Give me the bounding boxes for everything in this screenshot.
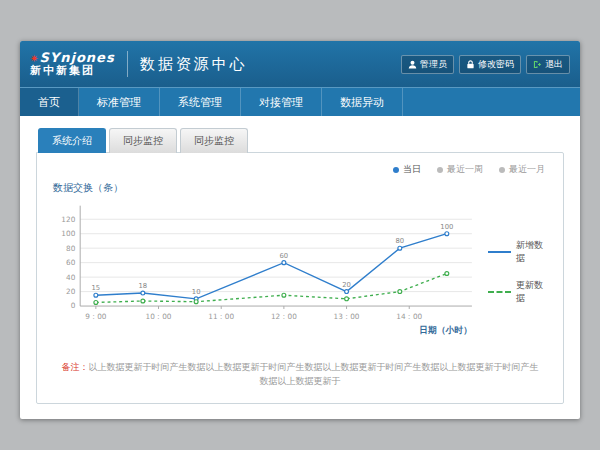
nav-item-interface-mgmt[interactable]: 对接管理 xyxy=(241,88,322,116)
svg-text:日期（小时）: 日期（小时） xyxy=(419,325,472,335)
svg-text:15: 15 xyxy=(92,284,101,292)
brand-logo: ✷SYnjones 新中新集团 xyxy=(30,51,115,77)
tab-system-intro[interactable]: 系统介绍 xyxy=(38,128,106,153)
logout-button[interactable]: 退出 xyxy=(526,55,570,74)
app-window: ✷SYnjones 新中新集团 数据资源中心 管理员 修改密码 xyxy=(20,41,580,419)
svg-text:10：00: 10：00 xyxy=(146,312,172,321)
legend-new-data[interactable]: 新增数据 xyxy=(488,239,551,265)
legend-update-data[interactable]: 更新数据 xyxy=(488,279,551,305)
tab-sync-monitor-1[interactable]: 同步监控 xyxy=(109,128,177,153)
svg-text:60: 60 xyxy=(280,252,289,260)
change-password-button[interactable]: 修改密码 xyxy=(459,55,521,74)
line-chart: 0204060801001209：0010：0011：0012：0013：001… xyxy=(49,197,482,343)
logout-icon xyxy=(533,60,542,69)
svg-text:100: 100 xyxy=(440,223,453,231)
time-filter-legend: 当日 最近一周 最近一月 xyxy=(393,163,545,176)
solid-line-icon xyxy=(488,251,511,253)
note-text: 以上数据更新于时间产生数据以上数据更新于时间产生数据以上数据更新于时间产生数据以… xyxy=(89,362,539,386)
page-title: 数据资源中心 xyxy=(140,55,248,74)
tab-bar: 系统介绍 同步监控 同步监控 xyxy=(38,128,564,153)
chart-container: 0204060801001209：0010：0011：0012：0013：001… xyxy=(49,197,551,343)
header-divider xyxy=(127,51,128,77)
svg-text:40: 40 xyxy=(66,273,76,282)
svg-text:20: 20 xyxy=(342,281,351,289)
header-actions: 管理员 修改密码 退出 xyxy=(401,55,570,74)
svg-text:120: 120 xyxy=(61,215,75,224)
logo-star-icon: ✷ xyxy=(30,53,39,64)
footer-note: 备注：以上数据更新于时间产生数据以上数据更新于时间产生数据以上数据更新于时间产生… xyxy=(49,361,551,388)
svg-text:80: 80 xyxy=(395,237,404,245)
svg-text:80: 80 xyxy=(66,244,76,253)
svg-text:0: 0 xyxy=(71,301,76,310)
logo-company-name: 新中新集团 xyxy=(30,65,115,77)
y-axis-title: 数据交换（条） xyxy=(53,181,551,195)
nav-item-data-change[interactable]: 数据异动 xyxy=(322,88,403,116)
chart-panel: 当日 最近一周 最近一月 数据交换（条） 0204060801001209：00… xyxy=(36,152,564,404)
user-icon xyxy=(408,60,417,69)
svg-text:13：00: 13：00 xyxy=(334,312,360,321)
admin-user-button[interactable]: 管理员 xyxy=(401,55,454,74)
logo-text: SYnjones xyxy=(39,50,114,65)
tab-sync-monitor-2[interactable]: 同步监控 xyxy=(180,128,248,153)
svg-text:12：00: 12：00 xyxy=(271,312,297,321)
nav-item-system-mgmt[interactable]: 系统管理 xyxy=(160,88,241,116)
main-nav: 首页 标准管理 系统管理 对接管理 数据异动 xyxy=(20,87,580,116)
note-label: 备注： xyxy=(62,362,89,372)
last-month-dot-icon xyxy=(499,167,505,173)
svg-text:100: 100 xyxy=(61,229,75,238)
svg-text:18: 18 xyxy=(139,282,148,290)
app-header: ✷SYnjones 新中新集团 数据资源中心 管理员 修改密码 xyxy=(20,41,580,87)
svg-text:11：00: 11：00 xyxy=(208,312,234,321)
filter-last-month[interactable]: 最近一月 xyxy=(499,163,545,176)
svg-text:14：00: 14：00 xyxy=(396,312,422,321)
filter-last-week[interactable]: 最近一周 xyxy=(437,163,483,176)
nav-item-standard-mgmt[interactable]: 标准管理 xyxy=(79,88,160,116)
series-legend: 新增数据 更新数据 xyxy=(488,239,551,319)
last-week-dot-icon xyxy=(437,167,443,173)
svg-text:20: 20 xyxy=(66,287,76,296)
today-dot-icon xyxy=(393,167,399,173)
svg-text:9：00: 9：00 xyxy=(85,312,107,321)
svg-text:10: 10 xyxy=(192,288,201,296)
svg-text:60: 60 xyxy=(66,258,76,267)
dashed-line-icon xyxy=(488,291,511,293)
nav-item-home[interactable]: 首页 xyxy=(20,88,79,116)
filter-today[interactable]: 当日 xyxy=(393,163,421,176)
lock-icon xyxy=(466,60,475,69)
content-area: 系统介绍 同步监控 同步监控 当日 最近一周 最近一月 数据交换（条） xyxy=(20,116,580,404)
